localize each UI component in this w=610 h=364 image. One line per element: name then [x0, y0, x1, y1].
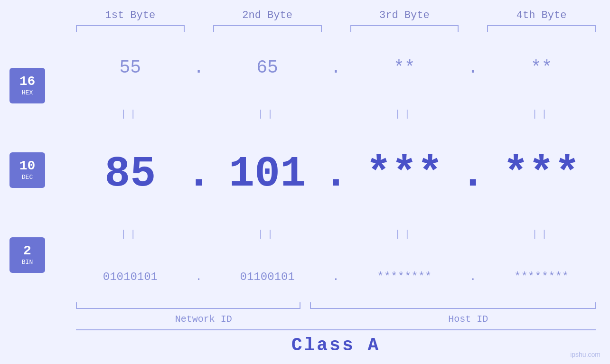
byte-headers-row: 1st Byte 2nd Byte 3rd Byte 4th Byte [0, 9, 610, 21]
dec-badge-number: 10 [19, 159, 36, 173]
badge-column: 16 HEX 10 DEC 2 BIN [9, 38, 71, 302]
sep1-b3: || [346, 109, 464, 120]
hex-badge-number: 16 [19, 75, 36, 88]
hex-b2: 65 [256, 57, 278, 78]
bin-b4: ******** [514, 271, 569, 283]
class-label-row: Class A [71, 330, 601, 355]
bracket-byte4 [487, 25, 596, 32]
bin-b2: 01100101 [240, 271, 295, 283]
bracket-byte1 [76, 25, 185, 32]
sep1-b1: || [71, 109, 189, 120]
watermark: ipshu.com [570, 351, 601, 358]
dec-badge-label: DEC [22, 174, 33, 181]
bin-dot3: . [469, 271, 476, 283]
hex-b1: 55 [120, 57, 141, 78]
byte1-header: 1st Byte [71, 9, 189, 21]
top-bracket-row [0, 25, 610, 34]
bracket-byte2 [213, 25, 322, 32]
hex-badge: 16 HEX [9, 68, 45, 103]
sep-row-2: || || || || [71, 227, 601, 242]
network-id-label: Network ID [71, 314, 336, 325]
bin-dot1: . [196, 271, 202, 283]
host-id-bracket [310, 302, 596, 309]
hex-badge-label: HEX [22, 89, 33, 96]
bottom-bracket-area: Network ID Host ID [0, 302, 610, 325]
byte2-header: 2nd Byte [208, 9, 327, 21]
network-id-bracket [76, 302, 300, 309]
dec-row: 85 . 101 . *** . *** [71, 150, 601, 198]
byte4-header: 4th Byte [482, 9, 601, 21]
dec-dot1: . [186, 150, 212, 198]
bracket-byte3 [350, 25, 459, 32]
sep2-b4: || [482, 229, 601, 240]
hex-dot1: . [193, 57, 204, 78]
main-container: 1st Byte 2nd Byte 3rd Byte 4th Byte 16 H… [0, 0, 610, 364]
footer-area: Class A [0, 325, 610, 359]
bin-b1: 01010101 [103, 271, 158, 283]
sep2-b1: || [71, 229, 189, 240]
byte3-header: 3rd Byte [346, 9, 464, 21]
main-ip-content: 16 HEX 10 DEC 2 BIN 55 . 65 . ** . ** [0, 38, 610, 302]
hex-dot3: . [468, 57, 479, 78]
bin-badge-number: 2 [23, 244, 31, 258]
bin-b3: ******** [377, 271, 432, 283]
dec-b3: *** [366, 150, 443, 198]
sep1-b2: || [208, 109, 327, 120]
dec-b2: 101 [229, 150, 306, 198]
bin-badge-label: BIN [22, 259, 33, 266]
bin-row: 01010101 . 01100101 . ******** . *******… [71, 271, 601, 283]
id-label-row: Network ID Host ID [71, 314, 601, 325]
sep1-b4: || [482, 109, 601, 120]
sep-row-1: || || || || [71, 107, 601, 121]
hex-b3: ** [394, 57, 415, 78]
hex-b4: ** [531, 57, 553, 78]
host-id-label: Host ID [336, 314, 601, 325]
bottom-bracket-row [71, 302, 601, 312]
class-label: Class A [291, 335, 381, 355]
bin-badge: 2 BIN [9, 237, 45, 273]
sep2-b2: || [208, 229, 327, 240]
dec-badge: 10 DEC [9, 152, 45, 188]
dec-dot2: . [323, 150, 349, 198]
dec-b4: *** [503, 150, 580, 198]
bin-dot2: . [332, 271, 339, 283]
hex-row: 55 . 65 . ** . ** [71, 57, 601, 78]
sep2-b3: || [346, 229, 464, 240]
dec-dot3: . [460, 150, 486, 198]
dec-b1: 85 [104, 150, 156, 198]
ip-display-area: 55 . 65 . ** . ** || || || || 85 [71, 38, 601, 302]
hex-dot2: . [330, 57, 341, 78]
